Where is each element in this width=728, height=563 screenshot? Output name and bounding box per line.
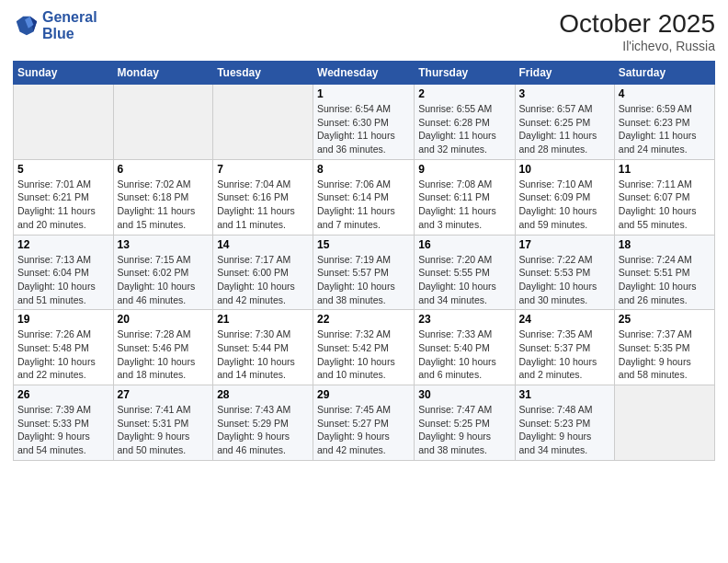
day-number: 27 — [118, 388, 210, 401]
table-row: 2Sunrise: 6:55 AMSunset: 6:28 PMDaylight… — [415, 85, 515, 160]
day-number: 13 — [118, 238, 210, 251]
table-row: 14Sunrise: 7:17 AMSunset: 6:00 PMDayligh… — [213, 235, 313, 310]
day-number: 2 — [418, 87, 510, 100]
calendar-week-row: 1Sunrise: 6:54 AMSunset: 6:30 PMDaylight… — [14, 85, 715, 160]
table-row: 28Sunrise: 7:43 AMSunset: 5:29 PMDayligh… — [213, 385, 313, 461]
table-row: 17Sunrise: 7:22 AMSunset: 5:53 PMDayligh… — [515, 235, 614, 310]
logo: General Blue — [13, 9, 97, 41]
table-row: 27Sunrise: 7:41 AMSunset: 5:31 PMDayligh… — [113, 385, 213, 461]
calendar-week-row: 5Sunrise: 7:01 AMSunset: 6:21 PMDaylight… — [14, 159, 715, 235]
day-number: 24 — [519, 313, 610, 326]
day-info: Sunrise: 7:47 AMSunset: 5:25 PMDaylight:… — [418, 403, 510, 457]
table-row: 11Sunrise: 7:11 AMSunset: 6:07 PMDayligh… — [614, 159, 714, 235]
table-row — [213, 85, 313, 160]
day-info: Sunrise: 7:41 AMSunset: 5:31 PMDaylight:… — [118, 403, 210, 457]
day-number: 30 — [418, 388, 510, 401]
day-info: Sunrise: 6:54 AMSunset: 6:30 PMDaylight:… — [317, 102, 410, 156]
day-info: Sunrise: 7:39 AMSunset: 5:33 PMDaylight:… — [17, 403, 109, 457]
calendar-header-row: Sunday Monday Tuesday Wednesday Thursday… — [14, 62, 715, 85]
day-info: Sunrise: 7:45 AMSunset: 5:27 PMDaylight:… — [317, 403, 410, 457]
day-number: 8 — [317, 163, 410, 176]
table-row: 25Sunrise: 7:37 AMSunset: 5:35 PMDayligh… — [614, 310, 714, 385]
day-number: 17 — [519, 238, 610, 251]
calendar: Sunday Monday Tuesday Wednesday Thursday… — [13, 61, 715, 461]
table-row: 1Sunrise: 6:54 AMSunset: 6:30 PMDaylight… — [313, 85, 415, 160]
day-number: 15 — [317, 238, 410, 251]
col-saturday: Saturday — [614, 62, 714, 85]
table-row: 31Sunrise: 7:48 AMSunset: 5:23 PMDayligh… — [515, 385, 614, 461]
table-row: 4Sunrise: 6:59 AMSunset: 6:23 PMDaylight… — [614, 85, 714, 160]
day-number: 6 — [118, 163, 210, 176]
day-number: 12 — [17, 238, 109, 251]
logo-text: General Blue — [42, 9, 97, 41]
day-number: 22 — [317, 313, 410, 326]
col-thursday: Thursday — [415, 62, 515, 85]
day-number: 25 — [619, 313, 711, 326]
day-number: 4 — [619, 87, 711, 100]
day-number: 14 — [217, 238, 309, 251]
table-row: 7Sunrise: 7:04 AMSunset: 6:16 PMDaylight… — [213, 159, 313, 235]
logo-icon — [13, 13, 39, 39]
table-row: 16Sunrise: 7:20 AMSunset: 5:55 PMDayligh… — [415, 235, 515, 310]
header: General Blue October 2025 Il'ichevo, Rus… — [13, 9, 715, 53]
calendar-week-row: 26Sunrise: 7:39 AMSunset: 5:33 PMDayligh… — [14, 385, 715, 461]
table-row: 29Sunrise: 7:45 AMSunset: 5:27 PMDayligh… — [313, 385, 415, 461]
table-row: 13Sunrise: 7:15 AMSunset: 6:02 PMDayligh… — [113, 235, 213, 310]
day-number: 3 — [519, 87, 610, 100]
day-info: Sunrise: 7:20 AMSunset: 5:55 PMDaylight:… — [418, 253, 510, 307]
table-row — [113, 85, 213, 160]
day-number: 26 — [17, 388, 109, 401]
day-number: 23 — [418, 313, 510, 326]
col-tuesday: Tuesday — [213, 62, 313, 85]
table-row: 24Sunrise: 7:35 AMSunset: 5:37 PMDayligh… — [515, 310, 614, 385]
day-info: Sunrise: 7:48 AMSunset: 5:23 PMDaylight:… — [519, 403, 610, 457]
table-row: 10Sunrise: 7:10 AMSunset: 6:09 PMDayligh… — [515, 159, 614, 235]
day-number: 1 — [317, 87, 410, 100]
day-number: 7 — [217, 163, 309, 176]
table-row: 30Sunrise: 7:47 AMSunset: 5:25 PMDayligh… — [415, 385, 515, 461]
day-number: 29 — [317, 388, 410, 401]
day-info: Sunrise: 7:32 AMSunset: 5:42 PMDaylight:… — [317, 327, 410, 382]
month-title: October 2025 — [559, 9, 715, 39]
day-info: Sunrise: 7:33 AMSunset: 5:40 PMDaylight:… — [418, 327, 510, 382]
day-info: Sunrise: 6:59 AMSunset: 6:23 PMDaylight:… — [619, 102, 711, 156]
day-info: Sunrise: 7:43 AMSunset: 5:29 PMDaylight:… — [217, 403, 309, 457]
day-info: Sunrise: 7:04 AMSunset: 6:16 PMDaylight:… — [217, 178, 309, 232]
day-number: 9 — [418, 163, 510, 176]
table-row: 23Sunrise: 7:33 AMSunset: 5:40 PMDayligh… — [415, 310, 515, 385]
title-block: October 2025 Il'ichevo, Russia — [559, 9, 715, 53]
day-info: Sunrise: 7:37 AMSunset: 5:35 PMDaylight:… — [619, 327, 711, 382]
table-row: 5Sunrise: 7:01 AMSunset: 6:21 PMDaylight… — [14, 159, 114, 235]
day-info: Sunrise: 7:30 AMSunset: 5:44 PMDaylight:… — [217, 327, 309, 382]
day-number: 21 — [217, 313, 309, 326]
day-info: Sunrise: 7:17 AMSunset: 6:00 PMDaylight:… — [217, 253, 309, 307]
day-info: Sunrise: 7:24 AMSunset: 5:51 PMDaylight:… — [619, 253, 711, 307]
table-row: 9Sunrise: 7:08 AMSunset: 6:11 PMDaylight… — [415, 159, 515, 235]
day-number: 16 — [418, 238, 510, 251]
table-row: 18Sunrise: 7:24 AMSunset: 5:51 PMDayligh… — [614, 235, 714, 310]
table-row: 26Sunrise: 7:39 AMSunset: 5:33 PMDayligh… — [14, 385, 114, 461]
day-info: Sunrise: 7:11 AMSunset: 6:07 PMDaylight:… — [619, 178, 711, 232]
day-info: Sunrise: 7:28 AMSunset: 5:46 PMDaylight:… — [118, 327, 210, 382]
col-sunday: Sunday — [14, 62, 114, 85]
day-info: Sunrise: 7:02 AMSunset: 6:18 PMDaylight:… — [118, 178, 210, 232]
table-row: 12Sunrise: 7:13 AMSunset: 6:04 PMDayligh… — [14, 235, 114, 310]
day-number: 31 — [519, 388, 610, 401]
day-number: 11 — [619, 163, 711, 176]
day-number: 18 — [619, 238, 711, 251]
table-row: 22Sunrise: 7:32 AMSunset: 5:42 PMDayligh… — [313, 310, 415, 385]
table-row: 3Sunrise: 6:57 AMSunset: 6:25 PMDaylight… — [515, 85, 614, 160]
table-row: 20Sunrise: 7:28 AMSunset: 5:46 PMDayligh… — [113, 310, 213, 385]
day-number: 5 — [17, 163, 109, 176]
page: General Blue October 2025 Il'ichevo, Rus… — [0, 0, 728, 563]
day-info: Sunrise: 7:26 AMSunset: 5:48 PMDaylight:… — [17, 327, 109, 382]
table-row: 19Sunrise: 7:26 AMSunset: 5:48 PMDayligh… — [14, 310, 114, 385]
location: Il'ichevo, Russia — [559, 39, 715, 53]
day-number: 10 — [519, 163, 610, 176]
col-monday: Monday — [113, 62, 213, 85]
col-friday: Friday — [515, 62, 614, 85]
day-number: 20 — [118, 313, 210, 326]
day-info: Sunrise: 6:57 AMSunset: 6:25 PMDaylight:… — [519, 102, 610, 156]
table-row: 8Sunrise: 7:06 AMSunset: 6:14 PMDaylight… — [313, 159, 415, 235]
day-info: Sunrise: 7:19 AMSunset: 5:57 PMDaylight:… — [317, 253, 410, 307]
